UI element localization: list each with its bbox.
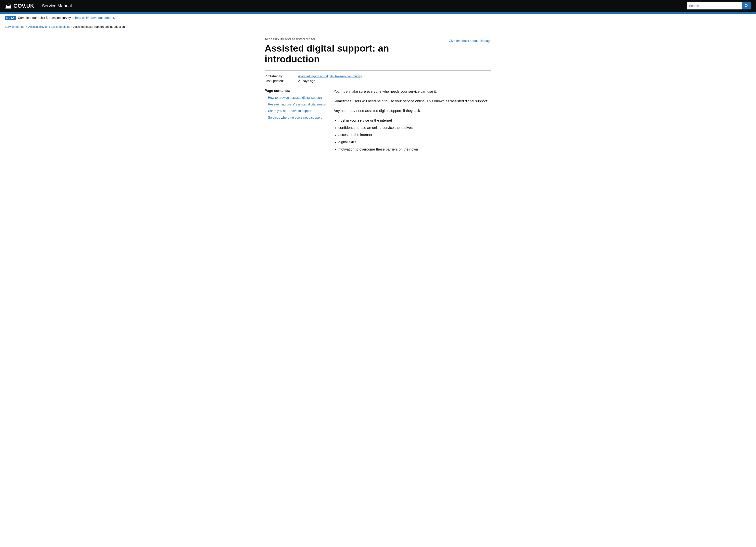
list-item: access to the internet [338,132,491,138]
meta-row-published: Published by: Assisted digital and digit… [265,75,491,78]
feedback-link[interactable]: Give feedback about this page [449,39,491,43]
last-updated-label: Last updated: [265,79,292,83]
breadcrumb-link-accessibility[interactable]: Accessibility and assisted digital [28,25,70,28]
article-paragraph-3: Any user may need assisted digital suppo… [334,108,491,114]
svg-rect-1 [6,8,11,8]
beta-text-suffix: . [114,16,115,19]
contents-link-3[interactable]: Users you don't have to support [268,109,312,113]
list-item: – Services where no users need support [265,116,326,120]
list-item: motivation to overcome these barriers on… [338,147,491,152]
list-dash: – [265,109,266,113]
meta-info: Published by: Assisted digital and digit… [265,70,491,83]
page-header-left: Accessibility and assisted digital Assis… [265,37,449,65]
last-updated-value: 21 days ago [298,79,315,83]
contents-link-2[interactable]: Researching users' assisted digital need… [268,102,326,107]
article-paragraph-1: You must make sure everyone who needs yo… [334,89,491,95]
breadcrumb: Service manual › Accessibility and assis… [0,22,756,31]
main-content: Accessibility and assisted digital Assis… [260,31,496,162]
site-header: GOV.UK Service Manual [0,0,756,12]
svg-marker-0 [6,5,11,8]
article-bullet-list: trust in your service or the internet co… [338,118,491,152]
meta-row-updated: Last updated: 21 days ago [265,79,491,83]
list-dash: – [265,103,266,107]
service-name: Service Manual [42,3,72,8]
list-item: trust in your service or the internet [338,118,491,123]
gov-logo-text: GOV.UK [13,3,34,9]
breadcrumb-current: Assisted digital support: an introductio… [73,25,125,28]
page-contents-nav: Page contents: – How to provide assisted… [265,89,326,156]
header-left: GOV.UK Service Manual [5,3,72,9]
beta-survey-link[interactable]: help us improve our content [75,16,114,19]
beta-text-prefix: Complete our quick 5-question survey to [18,16,75,19]
contents-link-4[interactable]: Services where no users need support [268,116,322,120]
beta-text: Complete our quick 5-question survey to … [18,16,115,20]
list-item: – Users you don't have to support [265,109,326,113]
content-layout: Page contents: – How to provide assisted… [265,89,491,156]
page-header: Accessibility and assisted digital Assis… [265,37,491,65]
crown-icon [5,3,12,9]
article-body: You must make sure everyone who needs yo… [334,89,491,156]
list-item: confidence to use an online service them… [338,125,491,131]
contents-link-1[interactable]: How to provide assisted digital support [268,96,322,100]
beta-tag: BETA [5,16,16,20]
blue-bar [0,12,756,14]
page-contents-title: Page contents: [265,89,326,93]
breadcrumb-separator-1: › [26,25,27,28]
published-by-label: Published by: [265,75,292,78]
page-contents-list: – How to provide assisted digital suppor… [265,96,326,120]
published-by-link[interactable]: Assisted digital and digital take-up com… [298,75,362,78]
gov-logo-link[interactable]: GOV.UK [5,3,34,9]
search-input[interactable] [687,2,742,9]
breadcrumb-link-service-manual[interactable]: Service manual [5,25,25,28]
search-form [687,2,751,9]
list-dash: – [265,96,266,100]
list-item: – Researching users' assisted digital ne… [265,102,326,107]
breadcrumb-separator-2: › [71,25,72,28]
list-item: – How to provide assisted digital suppor… [265,96,326,100]
article-paragraph-2: Sometimes users will need help to use yo… [334,98,491,104]
search-button[interactable] [742,2,751,9]
search-icon [745,4,749,8]
list-item: digital skills [338,139,491,145]
list-dash: – [265,116,266,120]
section-label: Accessibility and assisted digital [265,37,449,41]
page-title: Assisted digital support: an introductio… [265,43,402,65]
beta-banner: BETA Complete our quick 5-question surve… [0,14,756,22]
